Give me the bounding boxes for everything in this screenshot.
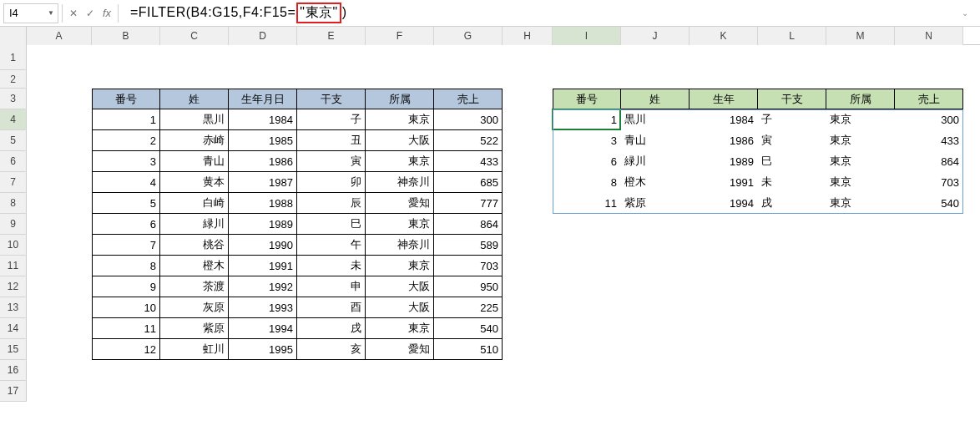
row-header-16[interactable]: 16 xyxy=(0,360,27,381)
cell-D[interactable]: 1984 xyxy=(229,109,297,130)
cell-F[interactable] xyxy=(366,70,434,89)
col-header-F[interactable]: F xyxy=(366,27,434,45)
cell-H[interactable] xyxy=(503,339,553,360)
row-header-17[interactable]: 17 xyxy=(0,381,27,402)
cell-C[interactable]: 黄本 xyxy=(160,172,229,193)
cell-N[interactable]: 433 xyxy=(895,130,963,151)
cell-N[interactable] xyxy=(895,381,963,402)
name-box[interactable]: I4 ▼ xyxy=(3,3,58,23)
cell-D[interactable]: 生年月日 xyxy=(229,89,297,109)
cell-D[interactable] xyxy=(229,360,297,381)
cell-K[interactable] xyxy=(690,256,758,276)
cell-G[interactable]: 589 xyxy=(434,235,503,256)
cell-K[interactable] xyxy=(690,339,758,360)
cell-J[interactable] xyxy=(621,45,690,70)
cell-A[interactable] xyxy=(27,235,92,256)
cell-B[interactable]: 1 xyxy=(92,109,160,130)
cell-B[interactable] xyxy=(92,381,160,402)
cell-N[interactable] xyxy=(895,256,963,276)
cell-M[interactable] xyxy=(826,256,895,276)
cell-H[interactable] xyxy=(503,151,553,172)
row-header-10[interactable]: 10 xyxy=(0,235,27,256)
cell-F[interactable]: 東京 xyxy=(366,151,434,172)
cell-N[interactable] xyxy=(895,276,963,297)
cell-F[interactable]: 大阪 xyxy=(366,297,434,318)
cell-E[interactable]: 辰 xyxy=(297,193,366,214)
cell-H[interactable] xyxy=(503,360,553,381)
cell-J[interactable]: 黒川 xyxy=(621,109,690,130)
cell-H[interactable] xyxy=(503,45,553,70)
cell-B[interactable]: 8 xyxy=(92,256,160,276)
cell-N[interactable] xyxy=(895,318,963,339)
cell-N[interactable] xyxy=(895,45,963,70)
cell-D[interactable]: 1993 xyxy=(229,297,297,318)
col-header-M[interactable]: M xyxy=(826,27,895,45)
cell-H[interactable] xyxy=(503,256,553,276)
formula-input[interactable]: =FILTER(B4:G15,F4:F15= "東京" ) xyxy=(122,3,953,23)
cell-I[interactable] xyxy=(553,235,621,256)
cell-J[interactable] xyxy=(621,381,690,402)
cell-B[interactable]: 9 xyxy=(92,276,160,297)
cell-K[interactable]: 生年 xyxy=(690,89,758,109)
cell-E[interactable]: 子 xyxy=(297,109,366,130)
cell-H[interactable] xyxy=(503,172,553,193)
cell-M[interactable] xyxy=(826,318,895,339)
cell-L[interactable]: 巳 xyxy=(758,151,826,172)
cell-F[interactable] xyxy=(366,360,434,381)
cell-C[interactable]: 紫原 xyxy=(160,318,229,339)
cell-K[interactable] xyxy=(690,297,758,318)
cell-C[interactable]: 茶渡 xyxy=(160,276,229,297)
cell-C[interactable]: 虹川 xyxy=(160,339,229,360)
cell-M[interactable] xyxy=(826,70,895,89)
cell-F[interactable] xyxy=(366,381,434,402)
cell-D[interactable]: 1990 xyxy=(229,235,297,256)
cell-I[interactable]: 11 xyxy=(553,193,621,214)
cell-F[interactable]: 愛知 xyxy=(366,339,434,360)
cell-A[interactable] xyxy=(27,130,92,151)
cell-C[interactable] xyxy=(160,70,229,89)
cell-I[interactable]: 1 xyxy=(553,109,621,130)
cell-G[interactable]: 685 xyxy=(434,172,503,193)
col-header-I[interactable]: I xyxy=(553,27,621,45)
cell-H[interactable] xyxy=(503,70,553,89)
cell-J[interactable] xyxy=(621,297,690,318)
cell-C[interactable]: 灰原 xyxy=(160,297,229,318)
cell-A[interactable] xyxy=(27,172,92,193)
cell-E[interactable]: 丑 xyxy=(297,130,366,151)
cell-G[interactable] xyxy=(434,45,503,70)
cell-G[interactable]: 510 xyxy=(434,339,503,360)
row-header-8[interactable]: 8 xyxy=(0,193,27,214)
cell-M[interactable]: 東京 xyxy=(826,130,895,151)
cell-D[interactable]: 1991 xyxy=(229,256,297,276)
cell-A[interactable] xyxy=(27,151,92,172)
cell-D[interactable]: 1995 xyxy=(229,339,297,360)
cell-L[interactable] xyxy=(758,45,826,70)
cell-E[interactable]: 戌 xyxy=(297,318,366,339)
cell-N[interactable]: 864 xyxy=(895,151,963,172)
cell-K[interactable]: 1989 xyxy=(690,151,758,172)
cell-F[interactable]: 大阪 xyxy=(366,276,434,297)
row-header-2[interactable]: 2 xyxy=(0,70,27,89)
cell-G[interactable]: 売上 xyxy=(434,89,503,109)
cell-B[interactable]: 3 xyxy=(92,151,160,172)
cell-E[interactable] xyxy=(297,45,366,70)
cell-K[interactable] xyxy=(690,381,758,402)
cell-G[interactable]: 864 xyxy=(434,214,503,235)
cell-M[interactable] xyxy=(826,297,895,318)
cell-N[interactable] xyxy=(895,235,963,256)
cell-I[interactable] xyxy=(553,360,621,381)
cell-D[interactable] xyxy=(229,45,297,70)
cell-H[interactable] xyxy=(503,109,553,130)
cell-D[interactable]: 1989 xyxy=(229,214,297,235)
cell-E[interactable]: 干支 xyxy=(297,89,366,109)
cell-F[interactable]: 東京 xyxy=(366,214,434,235)
cell-G[interactable]: 703 xyxy=(434,256,503,276)
cell-A[interactable] xyxy=(27,193,92,214)
cell-E[interactable]: 寅 xyxy=(297,151,366,172)
cell-F[interactable]: 東京 xyxy=(366,109,434,130)
cell-D[interactable]: 1988 xyxy=(229,193,297,214)
cell-F[interactable]: 大阪 xyxy=(366,130,434,151)
select-all-corner[interactable] xyxy=(0,27,27,45)
cell-D[interactable] xyxy=(229,381,297,402)
cell-I[interactable] xyxy=(553,45,621,70)
